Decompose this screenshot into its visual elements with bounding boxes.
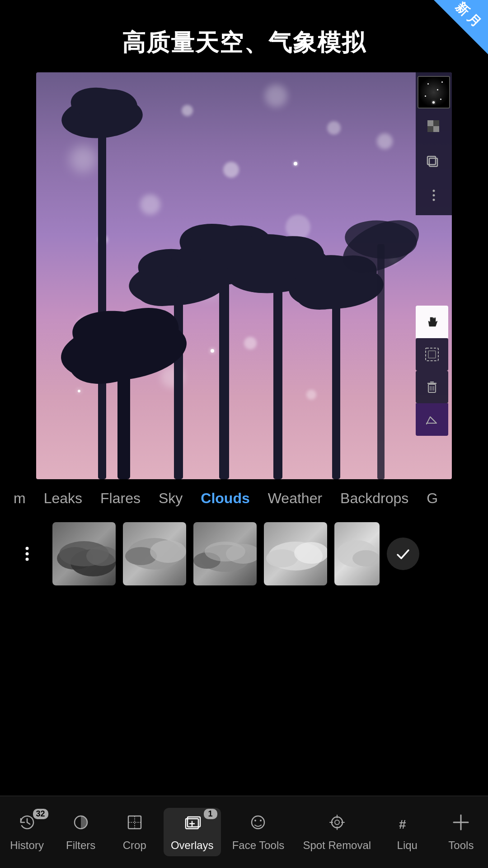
nav-item-overlays[interactable]: 1 Overlays [164,808,221,856]
svg-point-61 [266,549,298,567]
svg-point-48 [26,558,29,561]
overlay-thumb-1[interactable] [52,522,116,585]
canvas-image [36,72,452,479]
cat-tab-g[interactable]: G [427,488,438,509]
nav-item-history[interactable]: 32 History [2,808,52,856]
overlays-icon [182,812,202,836]
svg-rect-30 [433,120,439,126]
svg-rect-9 [219,253,229,479]
filters-icon [71,812,91,836]
page-title: 高质量天空、气象模拟 [18,27,470,59]
svg-point-62 [294,542,327,564]
select-tool-button[interactable] [416,338,448,371]
svg-point-79 [335,820,339,825]
spot-removal-icon [327,812,347,836]
confirm-button[interactable] [387,538,419,570]
svg-rect-68 [128,816,141,829]
overlay-thumb-3[interactable] [193,522,257,585]
svg-point-46 [26,547,29,550]
svg-rect-29 [427,120,433,126]
overlay-thumb-preview-5 [334,522,380,585]
crop-label: Crop [123,839,146,852]
svg-rect-33 [429,158,437,166]
layer-thumbnail[interactable] [418,76,450,108]
spot-removal-label: Spot Removal [303,839,371,852]
overlay-thumb-preview-1 [52,522,116,585]
cat-tab-m[interactable]: m [14,488,26,509]
overlay-thumb-preview-3 [193,522,257,585]
svg-rect-39 [428,351,436,358]
page-header: 高质量天空、气象模拟 [0,0,488,72]
svg-rect-38 [426,348,438,361]
svg-point-64 [352,550,380,566]
overlay-more-button[interactable] [9,522,45,585]
svg-point-35 [433,190,435,192]
more-options-icon[interactable] [418,179,450,212]
layer-panel [416,72,452,215]
svg-point-59 [205,542,245,561]
cat-tab-sky[interactable]: Sky [159,488,183,509]
svg-rect-31 [427,126,433,132]
nav-item-face-tools[interactable]: Face Tools [225,808,292,856]
svg-text:#: # [399,817,406,831]
filters-label: Filters [66,839,95,852]
checkerboard-icon[interactable] [418,110,450,143]
overlay-thumb-preview-2 [123,522,186,585]
svg-point-78 [332,817,343,828]
nav-item-liquify[interactable]: # Liqu [382,808,432,856]
svg-rect-32 [433,126,439,132]
overlays-badge: 1 [204,809,217,819]
svg-point-36 [433,194,435,197]
tools-icon [451,812,471,836]
overlay-thumb-5[interactable] [334,522,380,585]
history-label: History [10,839,44,852]
overlay-strip [0,518,488,590]
category-tabs: m Leaks Flares Sky Clouds Weather Backdr… [0,479,488,518]
liquify-icon: # [397,812,417,836]
canvas-container[interactable] [36,72,452,479]
right-toolbar [416,72,452,436]
cat-tab-flares[interactable]: Flares [100,488,141,509]
svg-rect-0 [98,108,106,479]
cat-tab-weather[interactable]: Weather [268,488,322,509]
delete-tool-button[interactable] [416,371,448,403]
bottom-nav: 32 History Filters [0,796,488,868]
nav-item-tools[interactable]: Tools [436,808,486,856]
svg-rect-18 [332,280,340,479]
crop-icon [125,812,145,836]
svg-rect-5 [174,276,183,479]
cat-tab-clouds[interactable]: Clouds [201,488,249,509]
move-tool-button[interactable] [416,306,448,338]
overlay-thumb-2[interactable] [123,522,186,585]
svg-point-47 [26,552,29,556]
overlay-thumb-4[interactable] [264,522,327,585]
cat-tab-leaks[interactable]: Leaks [44,488,82,509]
overlay-thumb-preview-4 [264,522,327,585]
svg-point-77 [260,820,262,821]
svg-rect-22 [377,244,385,479]
svg-rect-14 [273,262,282,479]
liquify-label: Liqu [397,839,418,852]
tools-label: Tools [448,839,474,852]
svg-line-66 [27,822,30,824]
overlays-label: Overlays [171,839,214,852]
nav-item-spot-removal[interactable]: Spot Removal [296,808,378,856]
face-tools-label: Face Tools [232,839,285,852]
erase-tool-button[interactable] [416,403,448,436]
nav-item-filters[interactable]: Filters [56,808,106,856]
svg-rect-34 [427,156,436,165]
svg-point-55 [150,540,186,563]
svg-point-37 [433,199,435,201]
duplicate-icon[interactable] [418,145,450,177]
cat-tab-backdrops[interactable]: Backdrops [340,488,408,509]
history-badge: 32 [33,809,48,819]
layer-thumb-preview [418,77,449,108]
nav-item-crop[interactable]: Crop [110,808,160,856]
svg-point-76 [254,820,256,821]
face-tools-icon [248,812,268,836]
